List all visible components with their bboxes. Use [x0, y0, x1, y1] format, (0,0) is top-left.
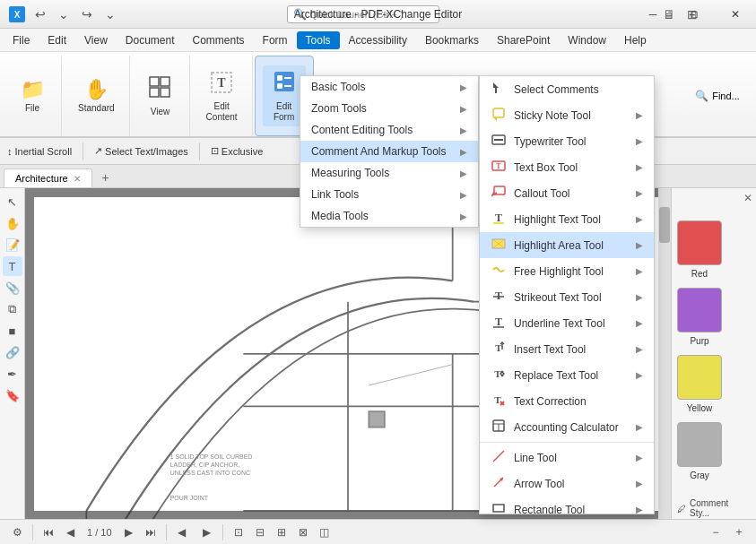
comment-styles-link[interactable]: 🖊 Comment Sty... [675, 495, 752, 522]
undo-button[interactable]: ↩ [30, 4, 50, 24]
square-btn[interactable]: ■ [3, 321, 22, 341]
pan-left-button[interactable]: ◀ [172, 523, 192, 541]
media-tools-item[interactable]: Media Tools ▶ [300, 205, 478, 227]
window-title: Architecture - PDF-XChange Editor [294, 8, 462, 21]
line-tool-item[interactable]: Line Tool ▶ [480, 445, 654, 471]
content-editing-item[interactable]: Content Editing Tools ▶ [300, 119, 478, 141]
first-page-button[interactable]: ⏮ [39, 523, 58, 541]
replace-text-item[interactable]: T Replace Text Tool ▶ [480, 362, 654, 388]
comment-markup-item[interactable]: Comment And Markup Tools ▶ [300, 141, 478, 162]
link-btn[interactable]: 🔗 [3, 342, 22, 362]
menu-tools[interactable]: Tools [297, 31, 340, 49]
menu-document[interactable]: Document [117, 31, 184, 49]
underline-text-item[interactable]: T Underline Text Tool ▶ [480, 310, 654, 336]
vertical-scrollbar[interactable] [658, 188, 671, 520]
sign-btn[interactable]: ✒ [3, 364, 22, 384]
menu-help[interactable]: Help [615, 31, 656, 49]
menu-comments[interactable]: Comments [184, 31, 254, 49]
ribbon-group-view: View [132, 56, 190, 136]
file-button[interactable]: 📁 File [11, 65, 54, 126]
yellow-label: Yellow [687, 403, 713, 413]
line-tool-arrow: ▶ [636, 453, 643, 462]
highlight-area-label: Highlight Area Tool [514, 239, 629, 252]
gray-swatch[interactable] [677, 422, 722, 467]
select-comments-item[interactable]: Select Comments [480, 76, 654, 102]
strikeout-text-item[interactable]: T Strikeout Text Tool ▶ [480, 284, 654, 310]
fit-width-button[interactable]: ⊟ [250, 523, 270, 541]
fit-page-button[interactable]: ⊡ [229, 523, 248, 541]
rectangle-tool-item[interactable]: Rectangle Tool ▶ [480, 497, 654, 514]
arrow-tool-item[interactable]: Arrow Tool ▶ [480, 471, 654, 497]
minimize-button[interactable]: ─ [632, 0, 673, 29]
layers-btn[interactable]: ⧉ [3, 299, 22, 319]
highlight-text-item[interactable]: T Highlight Text Tool ▶ [480, 206, 654, 232]
menu-view[interactable]: View [75, 31, 117, 49]
menu-form[interactable]: Form [254, 31, 297, 49]
zoom-in-button[interactable]: + [729, 523, 749, 541]
sticky-note-item[interactable]: Sticky Note Tool ▶ [480, 102, 654, 128]
color-yellow[interactable]: Yellow [679, 351, 720, 417]
menu-bookmarks[interactable]: Bookmarks [416, 31, 488, 49]
edit-content-button[interactable]: T EditContent [199, 65, 245, 126]
settings-button[interactable]: ⚙ [7, 523, 27, 541]
maximize-button[interactable]: □ [673, 0, 715, 29]
file-icon: 📁 [21, 78, 45, 101]
hand-tool-btn[interactable]: ✋ [3, 213, 22, 233]
right-panel-close[interactable]: ✕ [743, 192, 752, 204]
zoom-tools-item[interactable]: Zoom Tools ▶ [300, 98, 478, 119]
red-swatch[interactable] [677, 220, 722, 265]
basic-tools-item[interactable]: Basic Tools ▶ [300, 76, 478, 98]
callout-item[interactable]: Callout Tool ▶ [480, 180, 654, 206]
attach-btn[interactable]: 📎 [3, 278, 22, 298]
typewriter-item[interactable]: Typewriter Tool ▶ [480, 128, 654, 154]
cam-submenu: Select Comments Sticky Note Tool ▶ Typew… [479, 75, 655, 514]
menu-sharepoint[interactable]: SharePoint [488, 31, 559, 49]
view-button[interactable]: View [139, 65, 182, 126]
color-gray[interactable]: Gray [679, 419, 720, 484]
link-tools-item[interactable]: Link Tools ▶ [300, 184, 478, 205]
select-text-button[interactable]: ↗ Select Text/Images [91, 143, 192, 159]
zoom-out-button[interactable]: − [706, 523, 726, 541]
bookmark-btn[interactable]: 🔖 [3, 385, 22, 405]
menu-file[interactable]: File [4, 31, 39, 49]
insert-text-item[interactable]: T Insert Text Tool ▶ [480, 336, 654, 362]
view-label: View [151, 107, 170, 117]
accounting-calc-item[interactable]: Accounting Calculator ▶ [480, 414, 654, 440]
menu-window[interactable]: Window [559, 31, 615, 49]
fit-height-button[interactable]: ⊞ [272, 523, 291, 541]
tab-close-button[interactable]: ✕ [74, 174, 81, 184]
standard-button[interactable]: ✋ Standard [71, 65, 122, 126]
close-button[interactable]: ✕ [715, 0, 756, 29]
last-page-button[interactable]: ⏭ [141, 523, 161, 541]
text-box-item[interactable]: T Text Box Tool ▶ [480, 154, 654, 180]
prev-page-button[interactable]: ◀ [60, 523, 80, 541]
cursor-tool-btn[interactable]: ↖ [3, 192, 22, 212]
find-button[interactable]: 🔍 Find... [686, 86, 749, 106]
next-page-button[interactable]: ▶ [119, 523, 139, 541]
text-correction-item[interactable]: T Text Correction [480, 388, 654, 414]
undo-arrow[interactable]: ⌄ [54, 4, 74, 24]
highlighter-btn[interactable]: T [3, 256, 22, 276]
actual-size-button[interactable]: ⊠ [293, 523, 313, 541]
exclusive-button[interactable]: ⊡ Exclusive [207, 143, 266, 159]
inertial-scroll-button[interactable]: ↕ Inertial Scroll [4, 144, 75, 159]
fit-selection-button[interactable]: ◫ [315, 523, 335, 541]
redo-arrow[interactable]: ⌄ [100, 4, 120, 24]
color-red[interactable]: Red [679, 217, 720, 282]
tab-label: Architecture [15, 173, 68, 184]
menu-accessibility[interactable]: Accessibility [340, 31, 416, 49]
scrollbar-thumb[interactable] [659, 207, 670, 243]
measuring-tools-item[interactable]: Measuring Tools ▶ [300, 162, 478, 184]
highlight-area-item[interactable]: Highlight Area Tool ▶ [480, 232, 654, 258]
pan-right-button[interactable]: ▶ [197, 523, 217, 541]
new-tab-button[interactable]: + [96, 168, 116, 187]
menu-edit[interactable]: Edit [39, 31, 75, 49]
color-purple[interactable]: Purp [679, 284, 720, 350]
yellow-swatch[interactable] [677, 355, 722, 400]
free-highlight-item[interactable]: Free Highlight Tool ▶ [480, 258, 654, 284]
purple-swatch[interactable] [677, 288, 722, 332]
redo-button[interactable]: ↪ [77, 4, 97, 24]
note-tool-btn[interactable]: 📝 [3, 235, 22, 255]
architecture-tab[interactable]: Architecture ✕ [4, 168, 92, 187]
menubar: File Edit View Document Comments Form To… [0, 29, 756, 52]
